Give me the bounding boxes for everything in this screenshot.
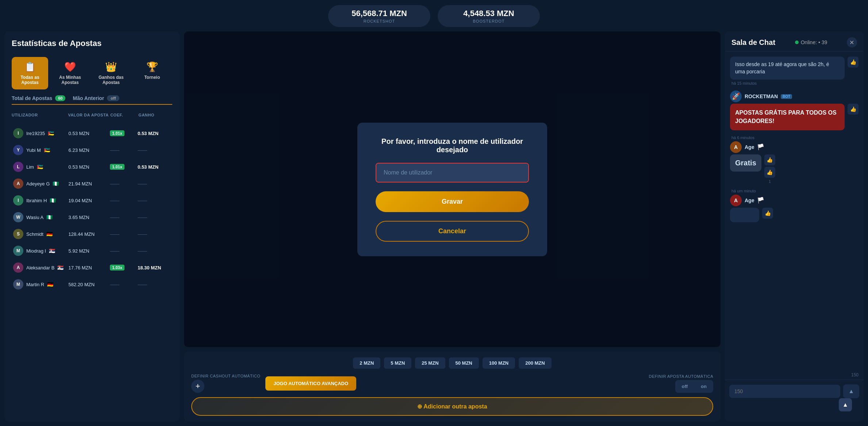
col-bet: VALOR DA APOSTA <box>68 113 110 117</box>
coef-value: —— <box>110 231 138 237</box>
close-chat-btn[interactable]: ✕ <box>847 37 857 47</box>
amount-btn-2[interactable]: 2 MZN <box>353 357 380 369</box>
tab-my-bets[interactable]: ❤️ As MinhasApostas <box>52 57 88 89</box>
tab-gains[interactable]: 👑 Ganhos dasApostas <box>92 57 130 89</box>
table-header: UTILIZADOR VALOR DA APOSTA COEF. GANHO <box>12 111 172 119</box>
bet-value: 17.76 MZN <box>69 265 110 270</box>
msg-with-actions: Isso desde as 19 até agora que são 2h, é… <box>730 57 859 80</box>
user-cell: I Ibrahim H 🇳🇬 <box>13 195 69 206</box>
bottom-controls: DEFINIR CASHOUT AUTOMÁTICO + JOGO AUTOMÁ… <box>191 374 713 393</box>
username: Age <box>745 197 754 203</box>
avatar: M <box>13 279 23 289</box>
tab-all-label: Todas asApostas <box>20 75 39 85</box>
cancel-button[interactable]: Cancelar <box>376 221 529 242</box>
main-layout: Estatísticas de Apostas 📋 Todas asAposta… <box>0 27 868 426</box>
modal-input-wrap <box>376 163 529 183</box>
tab-all-bets[interactable]: 📋 Todas asApostas <box>12 57 48 89</box>
table-row: A Adeyeye G 🇳🇬 21.94 MZN —— —— <box>12 176 172 192</box>
user-cell: S Schmidt 🇩🇪 <box>13 229 69 239</box>
amount-btn-100[interactable]: 100 MZN <box>483 357 515 369</box>
bet-value: 19.04 MZN <box>69 198 110 203</box>
gain-value: —— <box>138 181 171 187</box>
left-panel: Estatísticas de Apostas 📋 Todas asAposta… <box>4 31 180 422</box>
filter-prev-label: Mão Anterior <box>73 95 104 101</box>
user-cell: M Martin R 🇩🇪 <box>13 279 69 289</box>
like-btn[interactable]: 👍 <box>762 208 773 219</box>
amount-btn-200[interactable]: 200 MZN <box>519 357 551 369</box>
chat-message-age-1: há 6 minutos A Age 🏳️ Gratis 👍 👍 1 <box>730 135 859 184</box>
avatar: A <box>13 262 23 273</box>
filter-total-badge: 60 <box>55 95 65 101</box>
user-row: A Age 🏳️ <box>730 141 859 153</box>
auto-game-btn[interactable]: JOGO AUTOMÁTICO AVANÇADO <box>265 376 356 391</box>
user-name: Wasiu A <box>26 215 43 220</box>
chat-bubble <box>730 208 759 222</box>
avatar: L <box>13 162 23 172</box>
dislike-btn[interactable]: 👍 <box>764 167 775 178</box>
toggle-on-opt[interactable]: on <box>694 380 713 393</box>
amount-btn-5[interactable]: 5 MZN <box>384 357 411 369</box>
gain-value: —— <box>138 215 171 220</box>
like-btn[interactable]: 👍 <box>764 154 775 165</box>
char-limit-value: 150 <box>851 372 859 377</box>
flag: 🇷🇸 <box>49 248 55 254</box>
avatar: M <box>13 246 23 256</box>
user-cell: Y Yubi M 🇲🇿 <box>13 145 69 155</box>
toggle-off-opt[interactable]: off <box>675 380 695 393</box>
msg-with-actions: APOSTAS GRÁTIS PARA TODOS OS JOGADORES! … <box>730 104 859 130</box>
flag: 🇳🇬 <box>53 181 59 187</box>
tab-gains-icon: 👑 <box>105 61 117 73</box>
col-user: UTILIZADOR <box>12 113 68 117</box>
filter-prev-toggle[interactable]: off <box>107 95 119 101</box>
col-coef: COEF. <box>110 113 138 117</box>
chat-time: há 15 minutos <box>730 81 859 85</box>
center-panel: Por favor, introduza o nome de utilizado… <box>184 31 721 422</box>
user-cell: I Ire19235 🇲🇿 <box>13 128 69 138</box>
user-name: Adeyeye G <box>26 181 50 187</box>
user-cell: A Aleksandar B 🇷🇸 <box>13 262 69 273</box>
add-bet-button[interactable]: ⊕ Adicionar outra aposta <box>191 397 713 416</box>
table-row: M Martin R 🇩🇪 582.20 MZN —— —— <box>12 276 172 292</box>
gain-value: —— <box>138 198 171 203</box>
user-avatar: A <box>730 141 742 153</box>
scroll-top-btn[interactable]: ▲ <box>839 398 852 411</box>
chat-send-btn[interactable]: ▲ <box>843 384 859 398</box>
boosterdot-label: BOOSTERDOT <box>452 19 525 23</box>
user-name: Yubi M <box>26 147 41 153</box>
coef-value: —— <box>110 181 138 187</box>
user-cell: A Adeyeye G 🇳🇬 <box>13 179 69 189</box>
user-row: A Age 🏳️ <box>730 195 859 206</box>
game-area: Por favor, introduza o nome de utilizado… <box>184 31 721 347</box>
like-btn[interactable]: 👍 <box>848 104 859 115</box>
table-row: Y Yubi M 🇲🇿 6.23 MZN —— —— <box>12 142 172 158</box>
auto-bet-section: DEFINIR APOSTA AUTOMÁTICA off on <box>649 374 713 393</box>
flag: 🇲🇿 <box>37 164 43 170</box>
flag: 🇩🇪 <box>46 231 53 237</box>
flag: 🇩🇪 <box>47 281 53 287</box>
flag: 🇳🇬 <box>50 197 56 203</box>
chat-char-limit: 150 <box>725 372 864 380</box>
msg-with-actions: Gratis 👍 👍 1 <box>730 154 859 184</box>
filter-total: Total de Apostas 60 <box>12 95 65 101</box>
gain-value: —— <box>138 282 171 287</box>
chat-messages: Isso desde as 19 até agora que são 2h, é… <box>725 51 864 372</box>
add-cashout-btn[interactable]: + <box>191 380 204 393</box>
coef-value: —— <box>110 147 138 153</box>
chat-input[interactable] <box>729 385 840 398</box>
online-count: Online: • 39 <box>801 39 827 45</box>
avatar: I <box>13 128 23 138</box>
chat-message-age-2: há um minuto A Age 🏳️ 👍 <box>730 189 859 222</box>
tab-tournament[interactable]: 🏆 Torneio <box>134 57 170 89</box>
save-button[interactable]: Gravar <box>376 191 529 212</box>
flag: 🇷🇸 <box>57 265 64 270</box>
username-input[interactable] <box>376 164 528 182</box>
tab-tournament-icon: 🏆 <box>146 61 158 73</box>
amount-btn-50[interactable]: 50 MZN <box>449 357 479 369</box>
user-flag: 🏳️ <box>757 197 764 204</box>
amount-btn-25[interactable]: 25 MZN <box>415 357 445 369</box>
rocketshot-amount: 56,568.71 MZN <box>343 9 416 18</box>
bet-tabs: 📋 Todas asApostas ❤️ As MinhasApostas 👑 … <box>12 57 172 89</box>
like-btn[interactable]: 👍 <box>848 57 859 68</box>
boosterdot-amount: 4,548.53 MZN <box>452 9 525 18</box>
chat-panel: Sala de Chat Online: • 39 ✕ Isso desde a… <box>725 31 864 422</box>
